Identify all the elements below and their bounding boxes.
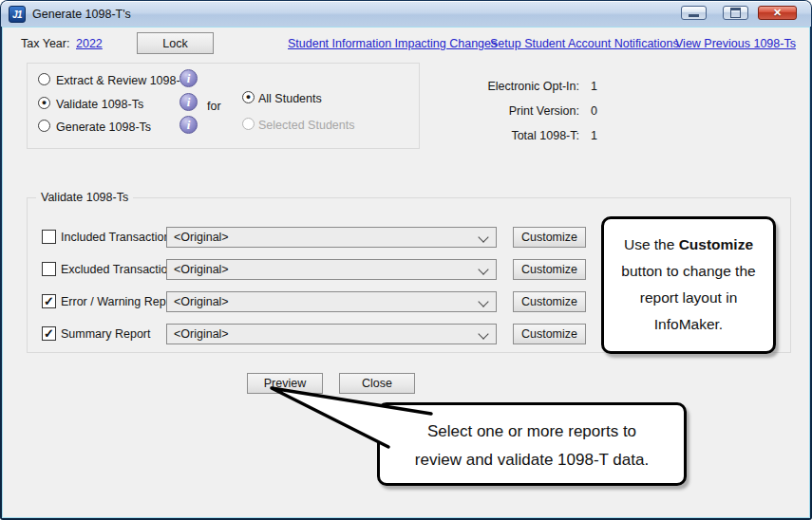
close-window-button[interactable]: ✕ xyxy=(758,6,797,20)
callout-text-part: button to change the report layout in In… xyxy=(621,263,755,332)
chevron-down-icon xyxy=(478,232,488,242)
maximize-button[interactable] xyxy=(723,6,748,20)
excluded-transactions-dropdown[interactable]: <Original> xyxy=(166,259,497,280)
dropdown-value: <Original> xyxy=(167,327,229,341)
electronic-optin-value: 1 xyxy=(591,80,597,93)
chevron-down-icon xyxy=(478,328,488,339)
callout-text-part: Use the xyxy=(624,236,679,252)
chevron-down-icon xyxy=(478,296,488,306)
electronic-optin-label: Electronic Opt-In: xyxy=(487,80,579,93)
radio-all-students-label: All Students xyxy=(258,92,322,105)
minimize-icon xyxy=(689,14,699,17)
customize-callout: Use the Customize button to change the r… xyxy=(601,216,776,354)
checkbox-excluded-transactions[interactable] xyxy=(42,262,56,276)
dropdown-value: <Original> xyxy=(167,295,229,308)
checkbox-summary-report[interactable]: ✓ xyxy=(42,326,56,341)
callout-line: Select one or more reports to xyxy=(380,418,684,446)
dropdown-value: <Original> xyxy=(167,263,229,276)
for-label: for xyxy=(207,100,221,113)
customize-error-warning-button[interactable]: Customize xyxy=(513,291,586,312)
radio-validate-label: Validate 1098-Ts xyxy=(56,98,143,111)
radio-extract-review[interactable] xyxy=(38,73,50,85)
customize-included-button[interactable]: Customize xyxy=(513,227,586,248)
radio-dot: ● xyxy=(42,98,47,108)
preview-callout: Select one or more reports to review and… xyxy=(377,402,687,486)
callout-line: review and validate 1098-T data. xyxy=(380,446,684,474)
setup-notifications-link[interactable]: Setup Student Account Notifications xyxy=(490,37,679,50)
radio-all-students[interactable]: ● xyxy=(242,91,255,103)
dropdown-value: <Original> xyxy=(167,231,229,244)
window-title: Generate 1098-T's xyxy=(32,8,131,21)
preview-button[interactable]: Preview xyxy=(247,373,323,394)
maximize-icon xyxy=(730,8,741,18)
summary-report-label: Summary Report xyxy=(61,327,150,341)
radio-generate-label: Generate 1098-Ts xyxy=(56,121,151,134)
radio-selected-students-label: Selected Students xyxy=(258,119,354,132)
student-info-changes-link[interactable]: Student Information Impacting Changes xyxy=(288,37,497,50)
info-icon-validate[interactable]: i xyxy=(179,93,198,111)
callout-text-bold: Customize xyxy=(679,236,753,252)
customize-callout-text: Use the Customize button to change the r… xyxy=(604,219,773,338)
print-version-label: Print Version: xyxy=(509,104,579,118)
included-transactions-dropdown[interactable]: <Original> xyxy=(166,227,497,248)
dialog-body: Tax Year: 2022 Lock Student Information … xyxy=(2,27,810,518)
summary-report-dropdown[interactable]: <Original> xyxy=(166,324,497,344)
validate-groupbox-title: Validate 1098-Ts xyxy=(36,191,133,204)
radio-validate[interactable]: ● xyxy=(38,97,50,109)
radio-generate[interactable] xyxy=(38,120,50,132)
radio-dot: ● xyxy=(246,92,251,102)
view-previous-1098ts-link[interactable]: View Previous 1098-Ts xyxy=(675,37,796,50)
checkbox-error-warning-report[interactable]: ✓ xyxy=(42,294,56,308)
included-transactions-label: Included Transactions xyxy=(61,231,177,244)
total-1098t-label: Total 1098-T: xyxy=(511,129,579,142)
total-1098t-value: 1 xyxy=(591,129,597,142)
close-button[interactable]: Close xyxy=(339,373,415,394)
minimize-button[interactable] xyxy=(681,6,707,20)
tax-year-label: Tax Year: xyxy=(21,37,69,50)
close-icon: ✕ xyxy=(773,8,782,18)
print-version-value: 0 xyxy=(591,104,597,118)
excluded-transactions-label: Excluded Transactions xyxy=(61,263,180,276)
lock-button[interactable]: Lock xyxy=(137,32,214,54)
app-logo-icon: J1 xyxy=(9,6,26,23)
dialog-window: J1 Generate 1098-T's ✕ Tax Year: 2022 Lo… xyxy=(0,0,812,520)
info-icon-generate[interactable]: i xyxy=(179,116,198,134)
preview-callout-text: Select one or more reports to review and… xyxy=(380,405,684,474)
radio-selected-students[interactable] xyxy=(242,118,255,130)
checkbox-included-transactions[interactable] xyxy=(42,230,56,244)
customize-summary-button[interactable]: Customize xyxy=(513,324,586,344)
info-icon-extract[interactable]: i xyxy=(179,69,198,87)
tax-year-link[interactable]: 2022 xyxy=(76,37,103,50)
error-warning-report-dropdown[interactable]: <Original> xyxy=(166,291,497,312)
radio-extract-review-label: Extract & Review 1098-Ts xyxy=(56,74,192,87)
error-warning-report-label: Error / Warning Report xyxy=(61,295,179,308)
chevron-down-icon xyxy=(478,264,488,274)
title-bar: J1 Generate 1098-T's ✕ xyxy=(1,1,811,27)
customize-excluded-button[interactable]: Customize xyxy=(513,259,586,280)
